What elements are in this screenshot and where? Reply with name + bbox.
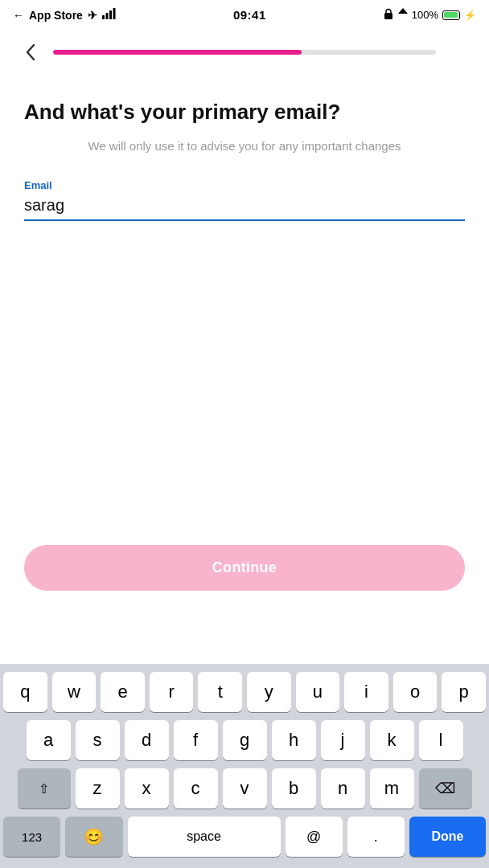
email-field-container: Email xyxy=(24,179,465,221)
key-q[interactable]: q xyxy=(3,672,47,712)
continue-button-wrapper: Continue xyxy=(24,545,465,591)
numbers-key[interactable]: 123 xyxy=(3,817,60,857)
battery-percent: 100% xyxy=(412,9,438,21)
page-subtitle: We will only use it to advise you for an… xyxy=(24,137,465,156)
key-w[interactable]: w xyxy=(52,672,97,712)
email-field-label: Email xyxy=(24,179,465,191)
key-s[interactable]: s xyxy=(76,720,120,760)
nav-bar xyxy=(0,30,489,75)
svg-rect-3 xyxy=(113,8,115,19)
period-key[interactable]: . xyxy=(347,817,405,857)
svg-rect-1 xyxy=(105,13,108,19)
status-left: ← App Store ✈ xyxy=(13,8,117,22)
back-button[interactable] xyxy=(16,38,45,67)
key-a[interactable]: a xyxy=(27,720,71,760)
lock-icon xyxy=(383,8,394,22)
progress-bar xyxy=(53,50,436,55)
key-n[interactable]: n xyxy=(321,768,365,809)
key-b[interactable]: b xyxy=(272,768,316,809)
svg-rect-4 xyxy=(384,13,392,19)
key-d[interactable]: d xyxy=(125,720,169,760)
key-y[interactable]: y xyxy=(247,672,291,712)
key-i[interactable]: i xyxy=(344,672,388,712)
battery-icon xyxy=(442,10,460,20)
back-icon: ← xyxy=(13,9,24,22)
key-z[interactable]: z xyxy=(76,768,120,809)
status-bar: ← App Store ✈ 09:41 100% xyxy=(0,0,489,30)
key-x[interactable]: x xyxy=(125,768,169,809)
keyboard-row-3: ⇧ z x c v b n m ⌫ xyxy=(3,768,486,809)
airplane-icon: ✈ xyxy=(88,9,97,22)
at-key[interactable]: @ xyxy=(286,817,343,857)
status-right: 100% ⚡ xyxy=(383,8,476,22)
key-m[interactable]: m xyxy=(370,768,414,809)
key-o[interactable]: o xyxy=(393,672,438,712)
location-icon xyxy=(398,8,408,22)
svg-rect-0 xyxy=(102,15,105,19)
key-e[interactable]: e xyxy=(101,672,145,712)
delete-key[interactable]: ⌫ xyxy=(419,768,472,809)
status-time: 09:41 xyxy=(233,8,266,22)
key-f[interactable]: f xyxy=(174,720,218,760)
svg-rect-2 xyxy=(109,10,112,19)
email-input-wrapper[interactable] xyxy=(24,196,465,221)
continue-button[interactable]: Continue xyxy=(24,545,465,591)
key-p[interactable]: p xyxy=(442,672,486,712)
done-key[interactable]: Done xyxy=(409,817,486,857)
signal-icon xyxy=(102,8,117,22)
space-key[interactable]: space xyxy=(128,817,281,857)
keyboard-row-4: 123 😊 space @ . Done xyxy=(3,817,486,857)
key-v[interactable]: v xyxy=(223,768,267,809)
key-k[interactable]: k xyxy=(370,720,414,760)
key-l[interactable]: l xyxy=(419,720,463,760)
keyboard-row-1: q w e r t y u i o p xyxy=(3,672,486,712)
key-u[interactable]: u xyxy=(296,672,340,712)
key-g[interactable]: g xyxy=(223,720,267,760)
shift-key[interactable]: ⇧ xyxy=(18,768,71,809)
keyboard-row-2: a s d f g h j k l xyxy=(3,720,486,760)
key-c[interactable]: c xyxy=(174,768,218,809)
emoji-key[interactable]: 😊 xyxy=(65,817,122,857)
main-content: And what's your primary email? We will o… xyxy=(0,75,489,253)
progress-bar-fill xyxy=(53,50,302,55)
key-r[interactable]: r xyxy=(150,672,194,712)
key-t[interactable]: t xyxy=(198,672,242,712)
email-input[interactable] xyxy=(24,196,465,215)
page-title: And what's your primary email? xyxy=(24,99,465,126)
key-h[interactable]: h xyxy=(272,720,316,760)
app-store-label: App Store xyxy=(29,9,83,22)
charging-icon: ⚡ xyxy=(464,10,476,21)
on-screen-keyboard: q w e r t y u i o p a s d f g h j k l ⇧ … xyxy=(0,664,489,868)
key-j[interactable]: j xyxy=(321,720,365,760)
